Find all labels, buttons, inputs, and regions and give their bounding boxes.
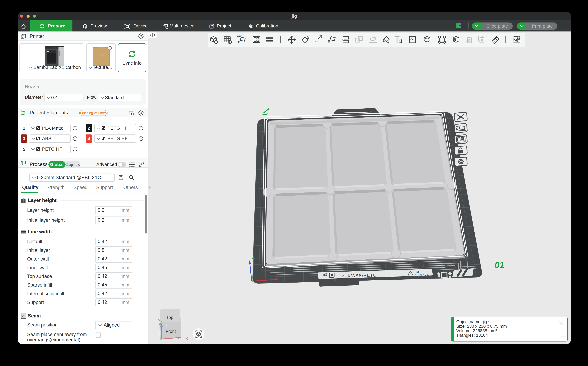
svg-text:0: 0	[468, 38, 470, 42]
svg-text:Front: Front	[166, 329, 176, 334]
svg-text:P: P	[481, 38, 483, 42]
svg-text:01: 01	[495, 260, 504, 270]
svg-text:SURFACE: SURFACE	[415, 273, 429, 277]
svg-text:x: x	[186, 336, 188, 341]
svg-text:z: z	[160, 319, 162, 324]
svg-text:HOT: HOT	[415, 270, 421, 274]
svg-text:Top: Top	[166, 315, 173, 320]
